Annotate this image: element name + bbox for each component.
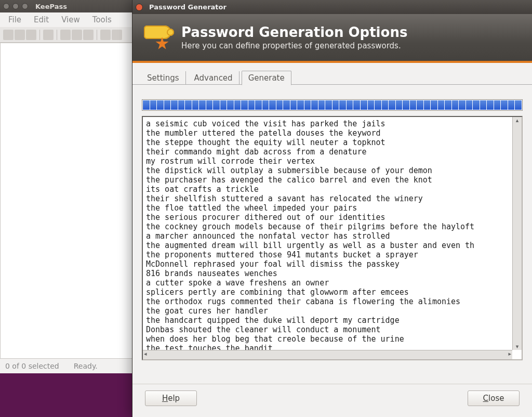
- close-button[interactable]: Close: [468, 390, 520, 406]
- window-maximize-icon[interactable]: [22, 3, 28, 9]
- tab-advanced[interactable]: Advanced: [188, 71, 240, 85]
- desktop-background-strip: [0, 373, 132, 417]
- help-button[interactable]: Help: [145, 390, 197, 406]
- toolbar-separator: [97, 30, 97, 40]
- window-minimize-icon[interactable]: [12, 3, 19, 9]
- toolbar-lock-icon[interactable]: [112, 30, 122, 40]
- menu-edit[interactable]: Edit: [29, 14, 54, 26]
- toolbar-url-icon[interactable]: [83, 30, 94, 40]
- tab-generate[interactable]: Generate: [242, 71, 291, 85]
- vertical-scrollbar[interactable]: [512, 117, 522, 350]
- generated-passwords-text[interactable]: a seismic cub voiced the visit has parke…: [143, 117, 522, 359]
- toolbar-separator: [39, 30, 40, 40]
- menu-view[interactable]: View: [56, 14, 85, 26]
- banner-heading: Password Generation Options: [181, 24, 407, 40]
- dialog-titlebar[interactable]: Password Generator: [132, 0, 532, 14]
- main-statusbar: 0 of 0 selected Ready.: [0, 358, 132, 373]
- dialog-close-icon[interactable]: [136, 4, 143, 11]
- tab-settings[interactable]: Settings: [141, 71, 186, 85]
- status-selection: 0 of 0 selected: [5, 362, 59, 370]
- menu-tools[interactable]: Tools: [87, 14, 117, 26]
- toolbar-copy-user-icon[interactable]: [60, 30, 71, 40]
- generated-passwords-textarea[interactable]: a seismic cub voiced the visit has parke…: [142, 116, 523, 360]
- window-close-icon[interactable]: [3, 3, 9, 9]
- toolbar-open-icon[interactable]: [15, 30, 25, 40]
- banner-sub: Here you can define properties of genera…: [181, 41, 407, 50]
- dialog-button-row: Help Close: [132, 384, 532, 417]
- main-window-title: KeePass: [35, 3, 67, 10]
- tab-panel-generate: a seismic cub voiced the visit has parke…: [132, 84, 532, 364]
- key-star-icon: [143, 21, 175, 54]
- toolbar-new-icon[interactable]: [3, 30, 14, 40]
- menu-file[interactable]: File: [3, 14, 26, 26]
- toolbar-copy-pwd-icon[interactable]: [72, 30, 82, 40]
- horizontal-scrollbar[interactable]: [143, 350, 512, 359]
- dialog-banner: Password Generation Options Here you can…: [132, 14, 532, 63]
- dialog-title: Password Generator: [149, 3, 227, 11]
- dialog-tabs: Settings Advanced Generate: [132, 63, 532, 85]
- password-strength-bar: [142, 99, 523, 111]
- toolbar-find-icon[interactable]: [100, 30, 111, 40]
- toolbar-save-icon[interactable]: [26, 30, 36, 40]
- toolbar-separator: [57, 30, 57, 40]
- status-ready: Ready.: [74, 362, 98, 370]
- toolbar-add-entry-icon[interactable]: [43, 30, 54, 40]
- password-generator-dialog: Password Generator Password Generation O…: [132, 0, 532, 417]
